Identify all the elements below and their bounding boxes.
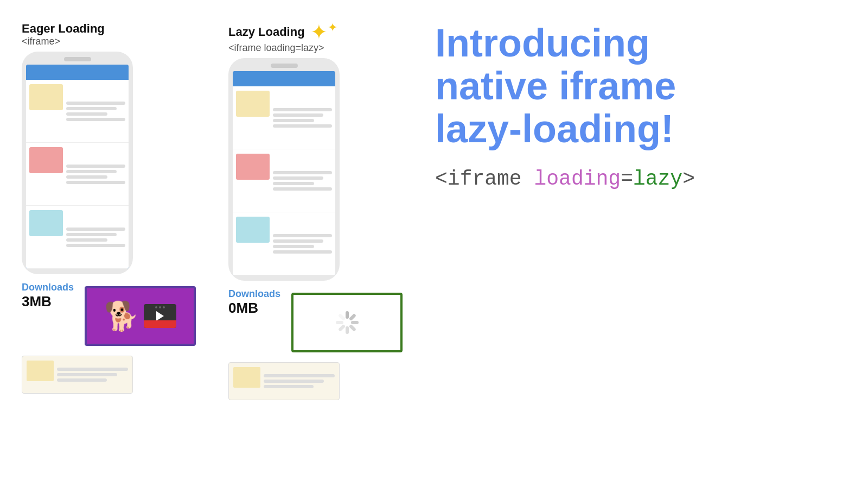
eager-label: Eager Loading <iframe> — [22, 22, 105, 47]
line — [273, 239, 323, 243]
line — [66, 170, 117, 173]
line — [57, 368, 128, 371]
eager-downloads: Downloads 3MB — [22, 282, 74, 310]
line — [264, 374, 335, 377]
line — [273, 245, 314, 248]
card-image-pink-lazy — [236, 154, 270, 180]
line — [66, 112, 107, 116]
lazy-downloads: Downloads 0MB — [228, 288, 280, 317]
line — [57, 378, 107, 382]
card-lines-lazy-2 — [273, 154, 332, 207]
line — [273, 182, 314, 185]
code-bracket-close: > — [682, 167, 695, 191]
phone-notch — [64, 57, 91, 61]
svg-line-3 — [351, 326, 354, 330]
screen-top-bar-lazy — [233, 71, 335, 86]
line — [66, 244, 125, 247]
card-image-pink — [29, 147, 63, 173]
eager-downloads-label: Downloads — [22, 282, 74, 293]
intro-line2: native iframe — [435, 64, 676, 108]
line — [273, 113, 323, 117]
line — [66, 233, 117, 236]
lazy-label: Lazy Loading ✦✦ <iframe loading=lazy> — [228, 22, 337, 54]
line — [57, 373, 117, 376]
screen-content — [26, 80, 129, 269]
code-lazy-val: lazy — [633, 167, 682, 191]
spinner-svg — [331, 306, 363, 339]
lazy-phone-screen — [233, 71, 335, 275]
line — [273, 187, 332, 191]
phone-notch-lazy — [271, 64, 298, 68]
svg-line-7 — [340, 315, 343, 319]
eager-column: Eager Loading <iframe> — [22, 22, 196, 400]
lazy-card-3 — [233, 212, 335, 275]
line — [273, 124, 332, 128]
phones-section: Eager Loading <iframe> — [22, 22, 403, 400]
line — [273, 119, 314, 122]
lazy-card-1 — [233, 86, 335, 149]
lazy-column: Lazy Loading ✦✦ <iframe loading=lazy> — [228, 22, 403, 400]
intro-title: Introducing native iframe lazy-loading! — [435, 22, 846, 151]
card-lines-lazy-1 — [273, 91, 332, 144]
lazy-iframe-preview — [291, 293, 403, 352]
line — [66, 228, 125, 231]
eager-downloads-value: 3MB — [22, 293, 74, 310]
code-snippet: <iframe loading=lazy> — [435, 167, 846, 191]
line — [66, 175, 107, 179]
eager-below-card — [22, 356, 133, 394]
screen-content-lazy — [233, 86, 335, 275]
intro-line3: lazy-loading! — [435, 107, 674, 150]
code-bracket-open: < — [435, 167, 448, 191]
svg-line-1 — [351, 315, 354, 319]
video-thumb — [144, 304, 176, 328]
line — [273, 176, 323, 180]
card-lines-2 — [66, 147, 125, 201]
lazy-phone-frame — [228, 58, 340, 281]
code-loading-attr: loading — [534, 167, 621, 191]
lazy-title-row: Lazy Loading ✦✦ — [228, 22, 337, 42]
lazy-subtitle: <iframe loading=lazy> — [228, 42, 337, 54]
line — [273, 108, 332, 111]
spinner-container — [293, 295, 400, 350]
line — [273, 250, 332, 254]
card-3 — [26, 206, 129, 269]
card-image-teal — [29, 210, 63, 236]
line — [66, 181, 125, 184]
below-card-lines — [57, 361, 128, 389]
below-card-image-lazy — [233, 367, 260, 388]
below-card-lines-lazy — [264, 367, 335, 395]
lazy-downloads-value: 0MB — [228, 300, 280, 317]
line — [66, 165, 125, 168]
card-lines-1 — [66, 84, 125, 138]
line — [264, 380, 324, 383]
eager-phone-screen — [26, 65, 129, 269]
main-container: Eager Loading <iframe> — [0, 0, 868, 499]
card-1 — [26, 80, 129, 143]
line — [264, 385, 314, 388]
eager-subtitle: <iframe> — [22, 36, 105, 47]
below-card-image — [27, 361, 54, 381]
sparkle-icon: ✦✦ — [310, 22, 337, 42]
card-image-teal-lazy — [236, 217, 270, 243]
lazy-below-card — [228, 362, 340, 400]
line — [66, 102, 125, 105]
card-image-yellow-lazy — [236, 91, 270, 117]
card-lines-3 — [66, 210, 125, 264]
line — [66, 238, 107, 242]
card-image-yellow — [29, 84, 63, 110]
lazy-card-2 — [233, 149, 335, 212]
line — [273, 171, 332, 174]
svg-line-5 — [340, 326, 343, 330]
lazy-title: Lazy Loading — [228, 25, 305, 39]
line — [66, 118, 125, 121]
dog-icon: 🐕 — [104, 300, 139, 333]
intro-line1: Introducing — [435, 21, 650, 65]
code-iframe: iframe — [448, 167, 534, 191]
card-2 — [26, 143, 129, 206]
code-equals: = — [621, 167, 633, 191]
card-lines-lazy-3 — [273, 217, 332, 270]
eager-iframe-preview: 🐕 — [85, 286, 196, 346]
screen-top-bar — [26, 65, 129, 80]
line — [273, 234, 332, 237]
line — [66, 107, 117, 110]
